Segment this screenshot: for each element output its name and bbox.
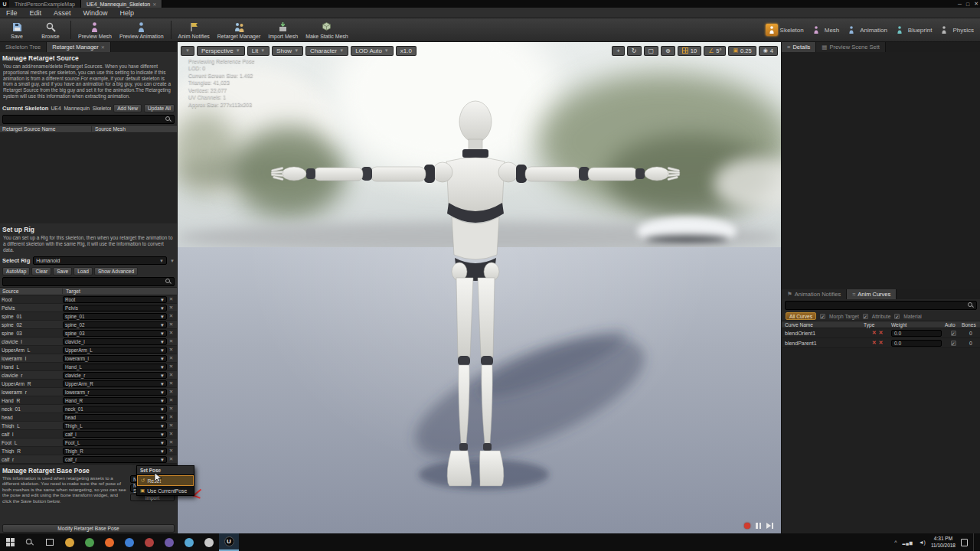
column-bones[interactable]: Bones [962, 322, 980, 328]
clear-bone-button[interactable]: ✕ [167, 305, 175, 311]
save-button[interactable]: Save [0, 18, 34, 41]
bone-target-dropdown[interactable]: spine_03▼ [63, 330, 167, 337]
volume-icon[interactable]: ◄) [919, 540, 926, 545]
column-target[interactable]: Target [63, 289, 80, 294]
preview-mesh-button[interactable]: Preview Mesh [74, 18, 116, 41]
playback-speed-button[interactable]: x1.0 [396, 46, 416, 56]
bone-target-dropdown[interactable]: Root▼ [63, 296, 167, 303]
bone-mapping-row[interactable]: Foot_L Foot_L▼ ✕ [0, 439, 177, 447]
column-auto[interactable]: Auto [945, 322, 962, 328]
menu-item[interactable]: Asset [47, 8, 77, 18]
all-curves-filter-button[interactable]: All Curves [786, 312, 816, 320]
scale-tool-button[interactable]: ▢ [644, 46, 659, 56]
clear-bone-button[interactable]: ✕ [167, 313, 175, 319]
bone-target-dropdown[interactable]: neck_01▼ [63, 406, 167, 412]
make-static-mesh-button[interactable]: Make Static Mesh [302, 18, 352, 41]
taskbar-app-icon[interactable] [119, 533, 139, 551]
auto-checkbox[interactable]: ✓ [951, 331, 956, 336]
window-tab-skeleton[interactable]: UE4_Mannequin_Skeleton✕ [81, 0, 162, 8]
menu-item-reset[interactable]: ↺Reset [137, 475, 194, 486]
show-button[interactable]: Show▼ [272, 46, 303, 56]
retarget-manager-button[interactable]: Retarget Manager [214, 18, 264, 41]
tab-anim-curves[interactable]: ≈Anim Curves [847, 289, 897, 299]
clear-bone-button[interactable]: ✕ [167, 414, 175, 420]
taskbar-app-icon[interactable] [139, 533, 159, 551]
clear-bone-button[interactable]: ✕ [167, 380, 175, 386]
bone-mapping-row[interactable]: neck_01 neck_01▼ ✕ [0, 405, 177, 413]
menu-item[interactable]: Window [77, 8, 114, 18]
bone-mapping-row[interactable]: spine_01 spine_01▼ ✕ [0, 312, 177, 321]
column-source[interactable]: Source [0, 289, 63, 294]
menu-item[interactable]: Edit [24, 8, 48, 18]
clear-bone-button[interactable]: ✕ [167, 422, 175, 429]
taskbar-app-icon[interactable] [159, 533, 179, 551]
mode-skeleton[interactable]: Skeleton [766, 24, 804, 36]
bone-mapping-row[interactable]: lowerarm_r lowerarm_r▼ ✕ [0, 388, 177, 396]
bone-mapping-row[interactable]: calf_r calf_r▼ ✕ [0, 455, 177, 464]
rotate-tool-button[interactable]: ↻ [627, 46, 642, 56]
3d-viewport[interactable]: ▼ Perspective▼ Lit▼ Show▼ Character▼ LOD… [178, 42, 781, 533]
clear-bone-button[interactable]: ✕ [167, 338, 175, 344]
bone-mapping-row[interactable]: spine_03 spine_03▼ ✕ [0, 329, 177, 337]
maximize-button[interactable]: □ [966, 2, 969, 7]
curve-weight-input[interactable]: 0.0 [891, 330, 942, 337]
column-curve-name[interactable]: Curve Name [782, 322, 864, 328]
bone-mapping-row[interactable]: Thigh_L Thigh_L▼ ✕ [0, 422, 177, 430]
select-rig-dropdown[interactable]: Humanoid▼ [33, 256, 167, 265]
add-new-button[interactable]: Add New [113, 104, 142, 112]
notification-center-icon[interactable] [961, 539, 968, 546]
pause-button[interactable] [756, 523, 761, 529]
grid-snap-toggle[interactable]: 10 [678, 46, 701, 56]
bone-target-dropdown[interactable]: UpperArm_L▼ [63, 347, 167, 354]
curve-weight-input[interactable]: 0.0 [891, 340, 942, 347]
bone-target-dropdown[interactable]: Thigh_L▼ [63, 422, 167, 429]
bone-mapping-row[interactable]: head head▼ ✕ [0, 413, 177, 422]
step-forward-button[interactable] [766, 523, 773, 529]
morph-flag-icon[interactable]: ✕ [872, 330, 877, 336]
clear-bone-button[interactable]: ✕ [167, 439, 175, 445]
clear-bone-button[interactable]: ✕ [167, 448, 175, 454]
column-retarget-source-name[interactable]: Retarget Source Name [0, 126, 92, 132]
start-button[interactable] [0, 533, 20, 551]
network-icon[interactable]: ▂▄▆ [902, 540, 913, 545]
taskbar-app-icon[interactable] [179, 533, 199, 551]
bone-target-dropdown[interactable]: calf_r▼ [63, 456, 167, 463]
mode-physics[interactable]: Physics [938, 24, 974, 36]
viewport-options-button[interactable]: ▼ [181, 46, 194, 56]
tab-animation-notifies[interactable]: ⚑Animation Notifies [782, 289, 847, 299]
bone-target-dropdown[interactable]: Hand_L▼ [63, 364, 167, 370]
menu-item-use-current-pose[interactable]: ▣Use CurrentPose [137, 486, 194, 495]
mode-animation[interactable]: Animation [845, 24, 887, 36]
bone-target-dropdown[interactable]: Hand_R▼ [63, 397, 167, 404]
clear-bone-button[interactable]: ✕ [167, 330, 175, 336]
material-flag-icon[interactable]: ✕ [879, 330, 884, 336]
attribute-checkbox[interactable]: ✓ [863, 314, 868, 319]
taskbar-clock[interactable]: 4:31 PM 11/10/2018 [931, 536, 956, 549]
hidden-icons-chevron[interactable]: ^ [894, 540, 897, 545]
taskbar-search-button[interactable] [20, 533, 40, 551]
scale-snap-toggle[interactable]: ▣0.25 [728, 46, 756, 56]
taskbar-app-icon[interactable] [60, 533, 80, 551]
anim-notifies-button[interactable]: Anim Notifies [175, 18, 214, 41]
show-advanced-button[interactable]: Show Advanced [94, 267, 138, 276]
clear-bone-button[interactable]: ✕ [167, 372, 175, 378]
curve-row[interactable]: blendParent1 ✕✕ 0.0 ✓ 0 [782, 338, 980, 348]
bone-mapping-row[interactable]: lowerarm_l lowerarm_l▼ ✕ [0, 354, 177, 363]
column-weight[interactable]: Weight [891, 322, 945, 328]
bone-target-dropdown[interactable]: clavicle_r▼ [63, 372, 167, 379]
close-tab-icon[interactable]: ✕ [152, 2, 156, 7]
character-button[interactable]: Character▼ [305, 46, 348, 56]
bone-mapping-row[interactable]: Pelvis Pelvis▼ ✕ [0, 304, 177, 312]
bone-target-dropdown[interactable]: spine_02▼ [63, 321, 167, 328]
browse-button[interactable]: Browse [34, 18, 67, 41]
bone-mapping-row[interactable]: Hand_L Hand_L▼ ✕ [0, 363, 177, 371]
column-source-mesh[interactable]: Source Mesh [92, 126, 126, 132]
bone-target-dropdown[interactable]: Pelvis▼ [63, 305, 167, 311]
lit-button[interactable]: Lit▼ [247, 46, 270, 56]
morph-target-checkbox[interactable]: ✓ [820, 314, 825, 319]
clear-bone-button[interactable]: ✕ [167, 364, 175, 370]
close-tab-icon[interactable]: ✕ [101, 44, 105, 50]
clear-bone-button[interactable]: ✕ [167, 397, 175, 403]
minimize-button[interactable]: ─ [958, 2, 962, 7]
bone-mapping-row[interactable]: clavicle_l clavicle_l▼ ✕ [0, 337, 177, 346]
